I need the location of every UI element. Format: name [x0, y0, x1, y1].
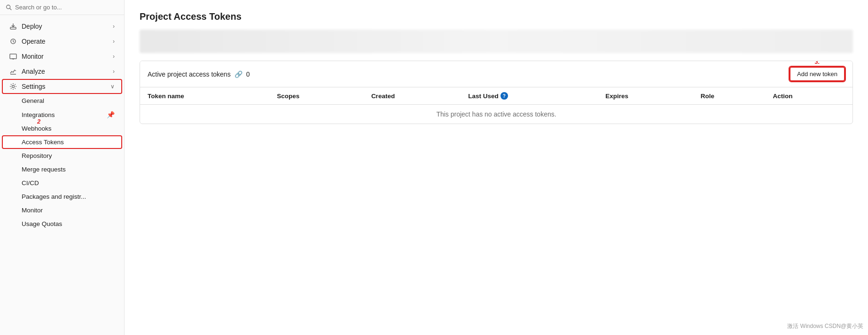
- sidebar-item-label: Settings: [22, 83, 46, 90]
- sidebar-sub-item-repository[interactable]: Repository: [2, 149, 122, 163]
- monitor-icon: [9, 53, 17, 60]
- col-role: Role: [693, 87, 766, 105]
- sidebar-item-deploy[interactable]: Deploy ›: [2, 19, 122, 34]
- chain-icon: 🔗: [235, 70, 242, 78]
- sidebar-item-operate[interactable]: Operate ›: [2, 34, 122, 49]
- search-placeholder: Search or go to...: [15, 4, 62, 11]
- sidebar: Search or go to... Deploy › Operate: [0, 0, 125, 335]
- settings-icon: [9, 83, 17, 90]
- deploy-icon: [9, 23, 17, 30]
- sub-item-label: Merge requests: [22, 166, 66, 173]
- sidebar-sub-item-ci-cd[interactable]: CI/CD: [2, 176, 122, 190]
- col-token-name: Token name: [140, 87, 269, 105]
- sub-item-label: Integrations: [22, 111, 55, 118]
- table-header-row: Token name Scopes Created Last Used ?: [140, 87, 852, 105]
- svg-point-8: [12, 86, 15, 88]
- active-tokens-label: Active project access tokens: [148, 70, 231, 78]
- tokens-table: Token name Scopes Created Last Used ?: [140, 87, 852, 124]
- sidebar-sub-item-monitor[interactable]: Monitor: [2, 203, 122, 217]
- svg-line-1: [10, 8, 12, 10]
- svg-rect-4: [10, 54, 16, 59]
- annotation-2: 2: [37, 118, 40, 125]
- col-scopes: Scopes: [269, 87, 364, 105]
- sub-item-label: Repository: [22, 152, 52, 159]
- sidebar-sub-item-integrations[interactable]: Integrations 📌: [2, 108, 122, 122]
- tokens-section: Active project access tokens 🔗 0 3. Add …: [140, 61, 853, 124]
- empty-state-row: This project has no active access tokens…: [140, 105, 852, 124]
- chevron-right-icon: ›: [113, 53, 115, 60]
- add-token-wrapper: 3. Add new token: [790, 67, 845, 81]
- svg-point-0: [7, 5, 10, 8]
- sidebar-sub-item-usage-quotas[interactable]: Usage Quotas: [2, 217, 122, 231]
- svg-rect-2: [10, 27, 16, 29]
- sidebar-sub-item-webhooks[interactable]: Webhooks 2: [2, 122, 122, 135]
- search-icon: [6, 4, 12, 11]
- sidebar-item-label: Operate: [22, 38, 46, 45]
- analyze-icon: [9, 68, 17, 75]
- sidebar-navigation: Deploy › Operate › Mo: [0, 15, 124, 335]
- col-action: Action: [765, 87, 852, 105]
- tokens-header-left: Active project access tokens 🔗 0: [148, 70, 250, 78]
- blurred-banner: [140, 30, 853, 53]
- sidebar-item-settings[interactable]: Settings ∨ 1: [2, 79, 122, 94]
- sidebar-sub-item-general[interactable]: General: [2, 94, 122, 108]
- col-created: Created: [364, 87, 461, 105]
- chevron-right-icon: ›: [113, 38, 115, 45]
- sidebar-sub-item-merge-requests[interactable]: Merge requests: [2, 163, 122, 176]
- last-used-info-icon[interactable]: ?: [500, 92, 508, 100]
- tokens-header: Active project access tokens 🔗 0 3. Add …: [140, 61, 852, 87]
- main-content: Project Access Tokens Active project acc…: [125, 0, 868, 335]
- sidebar-sub-item-access-tokens[interactable]: Access Tokens: [2, 135, 122, 149]
- pin-icon: 📌: [107, 111, 115, 118]
- sub-item-label: Webhooks: [22, 125, 52, 132]
- chevron-right-icon: ›: [113, 68, 115, 75]
- chevron-right-icon: ›: [113, 23, 115, 30]
- chevron-down-icon: ∨: [110, 83, 115, 90]
- sub-item-label: Packages and registr...: [22, 193, 86, 200]
- sub-item-label: CI/CD: [22, 179, 39, 187]
- col-expires: Expires: [598, 87, 693, 105]
- col-last-used: Last Used ?: [461, 87, 598, 105]
- search-bar[interactable]: Search or go to...: [0, 0, 124, 15]
- active-tokens-count: 0: [246, 70, 250, 78]
- sub-item-label: Access Tokens: [22, 139, 64, 146]
- add-new-token-button[interactable]: Add new token: [790, 67, 845, 81]
- sub-item-label: Usage Quotas: [22, 220, 62, 227]
- sidebar-item-analyze[interactable]: Analyze ›: [2, 64, 122, 79]
- sidebar-item-label: Monitor: [22, 53, 44, 60]
- sidebar-item-label: Analyze: [22, 68, 45, 75]
- operate-icon: [9, 38, 17, 45]
- empty-state-message: This project has no active access tokens…: [140, 105, 852, 124]
- sidebar-item-label: Deploy: [22, 23, 42, 30]
- sub-item-label: Monitor: [22, 207, 43, 214]
- sub-item-label: General: [22, 97, 44, 104]
- sidebar-item-monitor[interactable]: Monitor ›: [2, 49, 122, 64]
- page-title: Project Access Tokens: [140, 11, 853, 22]
- annotation-3: 3.: [815, 61, 820, 65]
- sidebar-sub-item-packages[interactable]: Packages and registr...: [2, 190, 122, 203]
